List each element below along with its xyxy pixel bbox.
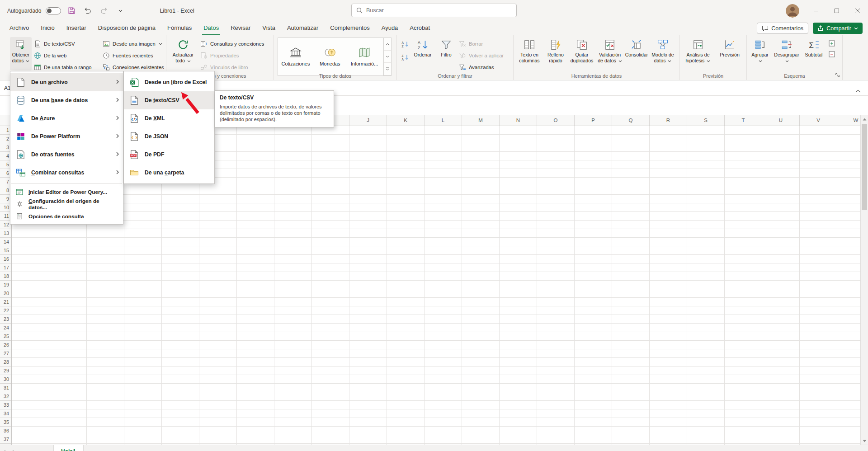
geography-data-type[interactable]: Informació... [348,38,381,75]
menu-item-from-azure[interactable]: De Azure [10,109,123,127]
row-header[interactable]: 31 [0,384,11,392]
tab-automatizar[interactable]: Automatizar [281,21,324,35]
row-header[interactable]: 33 [0,401,11,409]
row-header[interactable]: 32 [0,392,11,401]
row-header[interactable]: 19 [0,281,11,289]
menu-item-from-other-sources[interactable]: De otras fuentes [10,146,123,164]
currencies-data-type[interactable]: Monedas [313,38,347,75]
stocks-data-type[interactable]: Cotizaciones [279,38,312,75]
row-header[interactable]: 20 [0,289,11,298]
submenu-item-pdf[interactable]: PDF De PDF [124,146,214,164]
collapse-ribbon-chevron[interactable] [855,86,861,94]
tab-insertar[interactable]: Insertar [61,21,92,35]
redo-button[interactable] [98,5,110,17]
minimize-button[interactable] [806,0,826,21]
row-header[interactable]: 15 [0,246,11,255]
search-input[interactable] [366,7,502,14]
filter-button[interactable]: Filtro [436,37,457,70]
scroll-thumb[interactable] [862,124,867,210]
row-header[interactable]: 30 [0,375,11,384]
row-header[interactable]: 23 [0,315,11,324]
column-header[interactable]: M [462,115,500,126]
user-avatar[interactable] [786,4,799,18]
menu-item-from-file[interactable]: De un archivo [10,73,123,91]
row-header[interactable]: 29 [0,366,11,375]
tab-acrobat[interactable]: Acrobat [404,21,436,35]
column-header[interactable]: J [349,115,387,126]
column-header[interactable]: L [425,115,462,126]
column-header[interactable]: W [837,115,860,126]
row-header[interactable]: 35 [0,418,11,427]
consolidate-button[interactable]: Consolidar [624,37,649,70]
sort-az-button[interactable]: AZ [400,38,410,50]
ungroup-button[interactable]: Desagrupar [772,37,801,70]
tab-archivo[interactable]: Archivo [4,21,35,35]
tab-ayuda[interactable]: Ayuda [376,21,404,35]
vertical-scrollbar[interactable] [860,115,868,445]
tab-complementos[interactable]: Complementos [324,21,375,35]
menu-item-query-options[interactable]: Opciones de consulta [10,210,123,222]
close-button[interactable] [847,0,868,21]
what-if-analysis-button[interactable]: Análisis de hipótesis [682,37,714,70]
column-header[interactable]: Q [612,115,650,126]
properties-button[interactable]: Propiedades [200,50,239,61]
hide-detail-button[interactable] [827,50,836,59]
maximize-button[interactable] [826,0,847,21]
column-header[interactable]: P [575,115,612,126]
reapply-filter-button[interactable]: Volver a aplicar [458,50,504,61]
row-header[interactable]: 34 [0,409,11,418]
autosave-toggle[interactable] [46,7,61,14]
sort-za-button[interactable]: ZA [400,52,410,63]
tab-inicio[interactable]: Inicio [35,21,60,35]
tab-formulas[interactable]: Fórmulas [161,21,198,35]
submenu-item-folder[interactable]: De una carpeta [124,164,214,182]
column-header[interactable]: R [650,115,687,126]
row-header[interactable]: 16 [0,255,11,263]
submenu-item-json[interactable]: De JSON [124,127,214,146]
data-validation-button[interactable]: Validación de datos [596,37,624,70]
sheet-tab-hoja1[interactable]: Hoja1 [53,445,84,451]
tab-revisar[interactable]: Revisar [225,21,256,35]
remove-duplicates-button[interactable]: Quitar duplicados [568,37,596,70]
row-header[interactable]: 21 [0,298,11,306]
sort-button[interactable]: AZ Ordenar [411,37,434,70]
subtotal-button[interactable]: Σ Subtotal [802,37,826,70]
column-header[interactable]: O [537,115,575,126]
row-header[interactable]: 26 [0,341,11,349]
menu-item-from-database[interactable]: De una base de datos [10,91,123,109]
text-to-columns-button[interactable]: Texto en columnas [515,37,543,70]
advanced-filter-button[interactable]: Avanzadas [458,61,494,73]
column-header[interactable]: V [800,115,837,126]
column-header[interactable]: U [762,115,800,126]
from-text-csv-button[interactable]: De texto/CSV [33,38,75,50]
save-button[interactable] [66,5,77,17]
refresh-all-button[interactable]: Actualizar todo [169,37,197,70]
row-header[interactable]: 24 [0,324,11,332]
show-detail-button[interactable] [827,39,836,48]
menu-item-data-source-settings[interactable]: Configuración del origen de datos... [10,198,123,210]
column-header[interactable]: K [387,115,425,126]
row-header[interactable]: 18 [0,272,11,281]
gallery-scrollbar[interactable] [383,38,391,75]
row-header[interactable]: 17 [0,263,11,272]
from-web-button[interactable]: De la web [33,50,66,61]
row-header[interactable]: 28 [0,358,11,366]
search-box[interactable] [351,4,517,17]
row-header[interactable]: 25 [0,332,11,341]
row-header[interactable]: 22 [0,306,11,315]
tab-vista[interactable]: Vista [256,21,281,35]
tab-datos[interactable]: Datos [198,21,225,35]
from-picture-button[interactable]: Desde una imagen [102,38,162,50]
row-header[interactable]: 36 [0,427,11,435]
menu-item-from-power-platform[interactable]: De Power Platform [10,127,123,146]
column-header[interactable]: T [725,115,762,126]
forecast-sheet-button[interactable]: Previsión [715,37,744,70]
scroll-down-icon[interactable] [861,437,868,445]
undo-button[interactable] [82,5,94,17]
menu-item-power-query-editor[interactable]: Iniciar Editor de Power Query... [10,186,123,198]
share-button[interactable]: Compartir [813,23,863,34]
flash-fill-button[interactable]: Relleno rápido [543,37,568,70]
customize-toolbar-chevron[interactable] [114,5,126,17]
tab-disposicion[interactable]: Disposición de página [92,21,161,35]
group-button[interactable]: Agrupar [749,37,771,70]
